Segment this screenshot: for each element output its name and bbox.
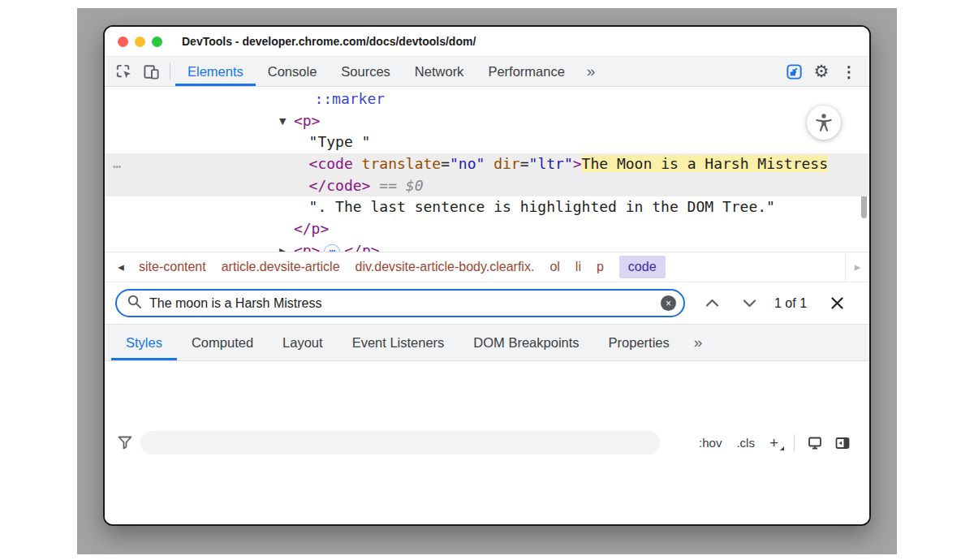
dom-tree-line[interactable]: "Type " xyxy=(105,131,869,153)
tab-performance[interactable]: Performance xyxy=(476,57,576,86)
styles-toolbar: :hov .cls + xyxy=(105,361,869,524)
next-match-icon[interactable] xyxy=(734,288,765,319)
styles-filter-input[interactable] xyxy=(140,436,660,450)
dom-tree: ::marker▼<p>"Type "…<code translate="no"… xyxy=(105,87,869,252)
breadcrumb-item[interactable]: site-content xyxy=(139,260,206,274)
tab-properties[interactable]: Properties xyxy=(594,325,684,360)
expand-arrow-icon[interactable]: ▶ xyxy=(279,241,294,252)
code-token-hl: The Moon is a Harsh Mistress xyxy=(582,155,828,172)
more-panels-icon[interactable]: » xyxy=(577,57,606,86)
tab-console[interactable]: Console xyxy=(256,57,330,86)
settings-gear-icon[interactable]: ⚙ xyxy=(808,62,835,81)
code-token-text: "Type " xyxy=(309,133,371,150)
styles-filter-field xyxy=(140,431,660,454)
styles-toolbar-right: :hov .cls + xyxy=(692,434,856,452)
dom-tree-line[interactable]: ▼<p> xyxy=(105,110,869,132)
toolbar-divider xyxy=(170,62,170,80)
breadcrumb-bar: ◂ site-contentarticle.devsite-articlediv… xyxy=(105,252,869,282)
search-icon xyxy=(127,294,142,312)
devtools-window: DevTools - developer.chrome.com/docs/dev… xyxy=(103,25,871,526)
crumb-scroll-left-icon[interactable]: ◂ xyxy=(110,252,132,282)
tab-computed[interactable]: Computed xyxy=(177,325,268,360)
dom-tree-line[interactable]: ::marker xyxy=(105,88,869,110)
device-toolbar-icon[interactable] xyxy=(137,57,165,86)
minimize-button[interactable] xyxy=(135,37,145,47)
tab-elements[interactable]: Elements xyxy=(175,57,256,86)
tab-dom-breakpoints[interactable]: DOM Breakpoints xyxy=(459,325,593,360)
breadcrumb-item[interactable]: div.devsite-article-body.clearfix. xyxy=(356,260,535,274)
toolbar-right-group: ⚙ ⋮ xyxy=(780,57,863,86)
toggle-classes-button[interactable]: .cls xyxy=(729,436,762,450)
code-token-tag: </p> xyxy=(344,242,379,252)
code-token-pseudo: ::marker xyxy=(314,90,385,107)
code-token-meta: == $0 xyxy=(370,177,423,194)
tab-sources[interactable]: Sources xyxy=(329,57,403,86)
devtools-toolbar: ElementsConsoleSourcesNetworkPerformance… xyxy=(105,57,869,87)
zoom-button[interactable] xyxy=(152,37,162,47)
toolbar-divider xyxy=(794,434,795,452)
match-count: 1 of 1 xyxy=(774,296,807,311)
breadcrumb-item[interactable]: p xyxy=(597,260,604,274)
code-token-tag: > xyxy=(573,155,582,172)
toggle-sidebar-icon[interactable] xyxy=(829,435,856,451)
expand-inline-button[interactable]: ⋯ xyxy=(324,244,340,252)
close-search-icon[interactable] xyxy=(821,288,852,319)
search-bar: × 1 of 1 xyxy=(105,282,869,324)
breadcrumb-item[interactable]: ol xyxy=(549,260,559,274)
tab-event-listeners[interactable]: Event Listeners xyxy=(338,325,459,360)
dom-tree-line[interactable]: …<code translate="no" dir="ltr">The Moon… xyxy=(105,153,869,175)
titlebar: DevTools - developer.chrome.com/docs/dev… xyxy=(105,27,869,57)
panel-tabbar: StylesComputedLayoutEvent ListenersDOM B… xyxy=(105,324,869,361)
breadcrumb: site-contentarticle.devsite-articlediv.d… xyxy=(132,256,666,278)
crumb-scroll-right-icon[interactable]: ▸ xyxy=(845,252,869,282)
code-token-attr: translate xyxy=(353,155,441,172)
code-token-text: ". The last sentence is highlighted in t… xyxy=(309,198,775,215)
dom-tree-line[interactable]: ▶<p>⋯</p> xyxy=(105,240,869,252)
collapse-arrow-icon[interactable]: ▼ xyxy=(279,111,294,133)
search-input[interactable] xyxy=(149,296,661,311)
code-token-tag: <p> xyxy=(294,112,321,129)
window-title: DevTools - developer.chrome.com/docs/dev… xyxy=(182,35,476,48)
overflow-dots-icon: … xyxy=(113,153,122,174)
search-box: × xyxy=(115,289,685,317)
code-token-tag: <code xyxy=(309,155,353,172)
close-button[interactable] xyxy=(118,37,128,47)
dom-tree-line[interactable]: ". The last sentence is highlighted in t… xyxy=(105,196,869,218)
tab-layout[interactable]: Layout xyxy=(268,325,338,360)
dom-tree-line[interactable]: </code> == $0 xyxy=(105,175,869,197)
main-tabbar: ElementsConsoleSourcesNetworkPerformance xyxy=(175,57,577,86)
rendering-emulation-icon[interactable] xyxy=(801,435,829,451)
code-token-val: "ltr" xyxy=(529,155,573,172)
inspect-element-icon[interactable] xyxy=(110,57,137,86)
more-options-kebab-icon[interactable]: ⋮ xyxy=(835,62,863,81)
code-token-tag: </code> xyxy=(309,177,371,194)
tab-network[interactable]: Network xyxy=(403,57,476,86)
breadcrumb-item[interactable]: li xyxy=(575,260,581,274)
code-token-text: = xyxy=(441,155,450,172)
dom-tree-line[interactable]: </p> xyxy=(105,218,869,240)
window-controls xyxy=(118,37,162,47)
code-token-tag: <p> xyxy=(294,242,321,252)
code-token-tag: </p> xyxy=(294,220,329,237)
breadcrumb-item[interactable]: article.devsite-article xyxy=(222,260,340,274)
dock-side-icon[interactable] xyxy=(780,62,808,81)
tab-styles[interactable]: Styles xyxy=(111,325,177,360)
code-token-text: = xyxy=(520,155,529,172)
code-token-val: "no" xyxy=(450,155,485,172)
more-sidebar-tabs-icon[interactable]: » xyxy=(684,325,713,360)
code-token-attr: dir xyxy=(485,155,519,172)
filter-icon xyxy=(118,436,132,450)
new-style-rule-button[interactable]: + xyxy=(762,434,787,452)
previous-match-icon[interactable] xyxy=(696,288,727,319)
toggle-element-state-button[interactable]: :hov xyxy=(692,436,729,450)
breadcrumb-item[interactable]: code xyxy=(619,256,666,278)
clear-search-icon[interactable]: × xyxy=(661,295,676,311)
